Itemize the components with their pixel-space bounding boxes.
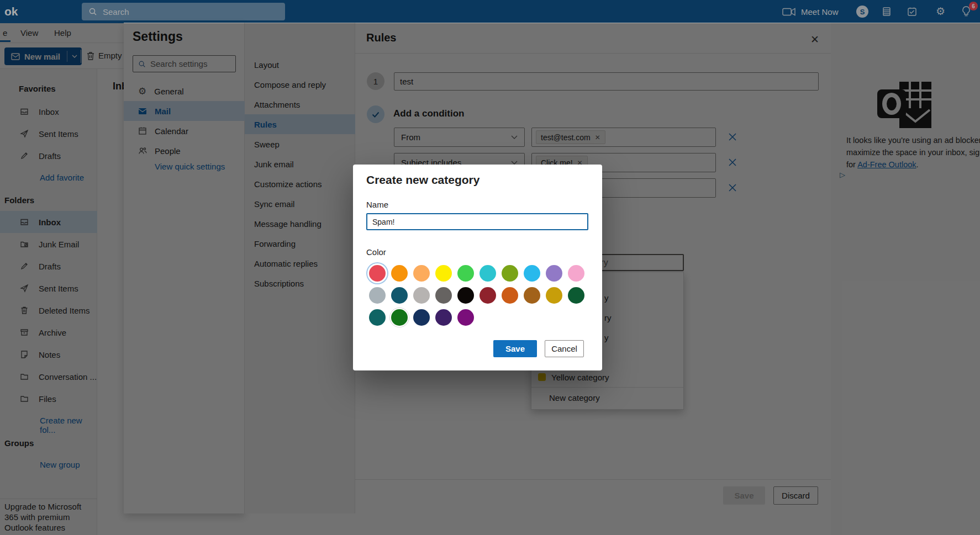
section-automatic-replies[interactable]: Automatic replies — [245, 253, 355, 273]
condition-value-box-1[interactable]: test@test.com ✕ — [531, 128, 716, 147]
new-mail-button[interactable]: New mail — [4, 47, 82, 65]
folder-sent[interactable]: Sent Items — [0, 277, 97, 299]
outlook-logo: ok — [4, 0, 18, 23]
close-icon[interactable]: ✕ — [807, 31, 823, 47]
drafts-icon — [20, 151, 29, 160]
onenote-icon[interactable] — [882, 7, 892, 17]
folder-icon — [20, 394, 29, 403]
gear-icon[interactable]: ⚙ — [936, 5, 945, 18]
color-swatch-navy[interactable] — [413, 309, 430, 326]
rule-name-input[interactable] — [394, 72, 819, 91]
rules-save-button-disabled[interactable]: Save — [723, 486, 765, 505]
folder-archive[interactable]: Archive — [0, 321, 97, 343]
color-swatch-yellow[interactable] — [435, 265, 452, 282]
section-message-handling[interactable]: Message handling — [245, 214, 355, 234]
color-swatch-purple[interactable] — [546, 265, 562, 282]
mail-icon — [138, 108, 147, 115]
dialog-save-button[interactable]: Save — [493, 340, 537, 357]
dialog-cancel-button[interactable]: Cancel — [545, 340, 584, 357]
global-search[interactable] — [82, 3, 285, 20]
settings-nav-calendar[interactable]: Calendar — [124, 121, 245, 141]
groups-header[interactable]: Groups — [4, 438, 34, 448]
settings-search-input[interactable] — [150, 59, 228, 68]
settings-nav-general[interactable]: ⚙ General — [124, 81, 245, 101]
create-folder-link[interactable]: Create new fol... — [40, 416, 97, 435]
color-swatch-dark-steel[interactable] — [391, 287, 408, 304]
folder-files[interactable]: Files — [0, 388, 97, 410]
favorites-header[interactable]: Favorites — [19, 84, 56, 93]
upgrade-premium-text[interactable]: Upgrade to Microsoft 365 with premium Ou… — [4, 501, 88, 533]
color-swatch-gold[interactable] — [546, 287, 562, 304]
section-compose[interactable]: Compose and reply — [245, 75, 355, 94]
inbox-icon — [20, 107, 29, 116]
empty-folder-button[interactable]: Empty — [98, 51, 122, 60]
color-swatch-forest-green[interactable] — [391, 309, 408, 326]
section-forwarding[interactable]: Forwarding — [245, 234, 355, 253]
color-swatch-teal[interactable] — [480, 265, 496, 282]
remove-condition-3-icon[interactable] — [728, 183, 737, 193]
condition-chip-1[interactable]: test@test.com ✕ — [536, 130, 605, 144]
color-swatch-pink[interactable] — [568, 265, 584, 282]
category-name-input[interactable] — [366, 213, 588, 230]
color-swatch-dark-green[interactable] — [568, 287, 584, 304]
section-sweep[interactable]: Sweep — [245, 134, 355, 154]
color-swatch-dark-magenta[interactable] — [457, 309, 474, 326]
folder-conversation[interactable]: Conversation ... — [0, 366, 97, 388]
folders-header[interactable]: Folders — [4, 195, 34, 205]
section-rules[interactable]: Rules — [245, 114, 355, 134]
section-layout[interactable]: Layout — [245, 55, 355, 75]
new-mail-dropdown[interactable] — [67, 47, 82, 65]
color-swatch-brown[interactable] — [524, 287, 540, 304]
camera-icon[interactable] — [782, 8, 795, 16]
color-swatch-orange[interactable] — [391, 265, 408, 282]
color-swatch-dark-red[interactable] — [480, 287, 496, 304]
folder-inbox[interactable]: Inbox — [0, 211, 97, 233]
color-swatch-olive[interactable] — [502, 265, 518, 282]
folder-junk[interactable]: Junk Email — [0, 233, 97, 255]
sidebar-item-drafts[interactable]: Drafts — [0, 145, 97, 167]
section-sync-email[interactable]: Sync email — [245, 194, 355, 214]
section-subscriptions[interactable]: Subscriptions — [245, 273, 355, 293]
skype-icon[interactable]: S — [856, 6, 868, 18]
sidebar-item-sent[interactable]: Sent Items — [0, 123, 97, 145]
color-swatch-peach[interactable] — [413, 265, 430, 282]
settings-nav-mail[interactable]: Mail — [124, 101, 245, 121]
view-quick-settings-link[interactable]: View quick settings — [155, 162, 225, 171]
adchoices-icon[interactable]: ▷ — [840, 171, 845, 179]
ad-free-outlook-link[interactable]: Ad-Free Outlook — [857, 160, 916, 169]
condition-field-select-1[interactable]: From — [394, 128, 525, 147]
search-input[interactable] — [103, 7, 268, 17]
tab-help[interactable]: Help — [54, 23, 71, 43]
color-swatch-dark-teal[interactable] — [369, 309, 386, 326]
color-swatch-red[interactable] — [369, 265, 386, 282]
color-swatch-black[interactable] — [457, 287, 474, 304]
tab-view[interactable]: View — [20, 23, 38, 43]
folder-deleted[interactable]: Deleted Items — [0, 299, 97, 321]
section-customize-actions[interactable]: Customize actions — [245, 174, 355, 194]
sidebar-item-inbox[interactable]: Inbox — [0, 100, 97, 123]
meet-now-button[interactable]: Meet Now — [801, 0, 839, 23]
folder-drafts[interactable]: Drafts — [0, 255, 97, 277]
remove-condition-1-icon[interactable] — [728, 132, 737, 142]
chip-close-icon[interactable]: ✕ — [595, 134, 600, 141]
color-swatch-blue[interactable] — [524, 265, 540, 282]
color-swatch-dark-purple[interactable] — [435, 309, 452, 326]
color-swatch-green[interactable] — [457, 265, 474, 282]
color-swatch-dark-orange[interactable] — [502, 287, 518, 304]
settings-nav-people[interactable]: People — [124, 141, 245, 161]
new-group-link[interactable]: New group — [40, 460, 80, 469]
section-attachments[interactable]: Attachments — [245, 94, 355, 114]
envelope-icon — [11, 53, 20, 60]
color-swatch-steel[interactable] — [369, 287, 386, 304]
create-category-dialog: Create new category Name Color Save Canc… — [353, 165, 602, 370]
color-swatch-dark-gray[interactable] — [435, 287, 452, 304]
settings-search[interactable] — [133, 55, 236, 72]
folder-notes[interactable]: Notes — [0, 343, 97, 366]
todo-icon[interactable] — [907, 7, 917, 17]
rules-discard-button[interactable]: Discard — [773, 486, 818, 505]
remove-condition-2-icon[interactable] — [728, 157, 737, 167]
section-junk-email[interactable]: Junk email — [245, 154, 355, 174]
color-swatch-silver[interactable] — [413, 287, 430, 304]
new-category-option[interactable]: New category — [531, 388, 683, 407]
add-favorite-link[interactable]: Add favorite — [40, 173, 84, 182]
